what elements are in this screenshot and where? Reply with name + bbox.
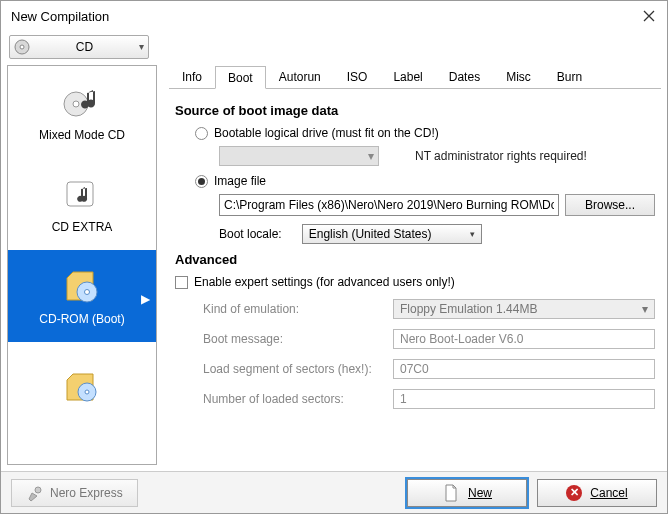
- footer-buttons: New ✕ Cancel: [407, 479, 657, 507]
- new-button[interactable]: New: [407, 479, 527, 507]
- sidebar-item-label: CD-ROM (Boot): [39, 312, 124, 326]
- load-segment-field: 07C0: [393, 359, 655, 379]
- checkbox-label: Enable expert settings (for advanced use…: [194, 275, 455, 289]
- boot-panel: Source of boot image data Bootable logic…: [169, 89, 661, 465]
- sidebar-item-next[interactable]: [8, 342, 156, 434]
- sidebar-item-cd-extra[interactable]: CD EXTRA: [8, 158, 156, 250]
- radio-label: Bootable logical drive (must fit on the …: [214, 126, 439, 140]
- sidebar-wrap: Mixed Mode CD CD EXTRA CD-ROM (Boot) ▶: [7, 65, 157, 465]
- svg-point-9: [35, 487, 41, 493]
- main-area: Mixed Mode CD CD EXTRA CD-ROM (Boot) ▶: [1, 59, 667, 465]
- nero-express-label: Nero Express: [50, 486, 123, 500]
- type-selector-row: CD ▾: [1, 31, 667, 59]
- radio-icon: [195, 127, 208, 140]
- browse-button[interactable]: Browse...: [565, 194, 655, 216]
- load-segment-label: Load segment of sectors (hex!):: [203, 362, 393, 376]
- rocket-icon: [26, 484, 44, 502]
- sidebar-item-label: CD EXTRA: [52, 220, 113, 234]
- boot-locale-combo[interactable]: English (United States) ▾: [302, 224, 482, 244]
- admin-rights-note: NT administrator rights required!: [415, 149, 587, 163]
- chevron-down-icon: ▾: [368, 149, 374, 163]
- emulation-combo: Floppy Emulation 1.44MB ▾: [393, 299, 655, 319]
- cd-rom-boot-icon: [61, 266, 103, 306]
- checkbox-icon: [175, 276, 188, 289]
- svg-point-1: [20, 45, 24, 49]
- folder-disc-icon: [61, 368, 103, 408]
- radio-label: Image file: [214, 174, 266, 188]
- cd-extra-icon: [61, 174, 103, 214]
- cancel-label: Cancel: [590, 486, 627, 500]
- disc-type-label: CD: [76, 40, 93, 54]
- radio-icon: [195, 175, 208, 188]
- radio-image-file[interactable]: Image file: [195, 174, 655, 188]
- tab-label[interactable]: Label: [380, 65, 435, 88]
- tab-autorun[interactable]: Autorun: [266, 65, 334, 88]
- project-type-sidebar: Mixed Mode CD CD EXTRA CD-ROM (Boot) ▶: [7, 65, 157, 465]
- boot-locale-label: Boot locale:: [219, 227, 282, 241]
- close-button[interactable]: [641, 8, 657, 24]
- nero-express-button[interactable]: Nero Express: [11, 479, 138, 507]
- cancel-icon: ✕: [566, 485, 582, 501]
- sidebar-item-cd-rom-boot[interactable]: CD-ROM (Boot) ▶: [8, 250, 156, 342]
- tab-iso[interactable]: ISO: [334, 65, 381, 88]
- document-icon: [442, 484, 460, 502]
- titlebar: New Compilation: [1, 1, 667, 31]
- num-sectors-label: Number of loaded sectors:: [203, 392, 393, 406]
- chevron-down-icon: ▾: [139, 41, 144, 52]
- tab-dates[interactable]: Dates: [436, 65, 493, 88]
- emulation-value: Floppy Emulation 1.44MB: [400, 302, 537, 316]
- combo-value: English (United States): [309, 227, 432, 241]
- mixed-mode-cd-icon: [61, 82, 103, 122]
- tab-info[interactable]: Info: [169, 65, 215, 88]
- tab-burn[interactable]: Burn: [544, 65, 595, 88]
- svg-point-8: [85, 390, 89, 394]
- content-panel: Info Boot Autorun ISO Label Dates Misc B…: [169, 65, 661, 465]
- svg-point-3: [73, 101, 79, 107]
- footer: Nero Express New ✕ Cancel: [1, 471, 667, 513]
- tab-boot[interactable]: Boot: [215, 66, 266, 89]
- disc-icon: [14, 39, 30, 55]
- num-sectors-field: 1: [393, 389, 655, 409]
- logical-drive-combo: ▾: [219, 146, 379, 166]
- enable-expert-checkbox[interactable]: Enable expert settings (for advanced use…: [175, 275, 655, 289]
- chevron-down-icon: ▾: [470, 229, 475, 239]
- svg-rect-4: [67, 182, 93, 206]
- emulation-label: Kind of emulation:: [203, 302, 393, 316]
- advanced-section-title: Advanced: [175, 252, 655, 267]
- cancel-button[interactable]: ✕ Cancel: [537, 479, 657, 507]
- chevron-down-icon: ▾: [642, 302, 648, 316]
- boot-message-field: Nero Boot-Loader V6.0: [393, 329, 655, 349]
- radio-bootable-drive[interactable]: Bootable logical drive (must fit on the …: [195, 126, 655, 140]
- image-path-input[interactable]: [219, 194, 559, 216]
- tab-strip: Info Boot Autorun ISO Label Dates Misc B…: [169, 65, 661, 89]
- sidebar-item-mixed-mode-cd[interactable]: Mixed Mode CD: [8, 66, 156, 158]
- svg-point-6: [85, 290, 90, 295]
- tab-misc[interactable]: Misc: [493, 65, 544, 88]
- disc-type-combo[interactable]: CD ▾: [9, 35, 149, 59]
- source-section-title: Source of boot image data: [175, 103, 655, 118]
- sidebar-item-label: Mixed Mode CD: [39, 128, 125, 142]
- new-label: New: [468, 486, 492, 500]
- window-title: New Compilation: [11, 9, 109, 24]
- close-icon: [643, 10, 655, 22]
- boot-message-label: Boot message:: [203, 332, 393, 346]
- selection-arrow-icon: ▶: [141, 292, 150, 306]
